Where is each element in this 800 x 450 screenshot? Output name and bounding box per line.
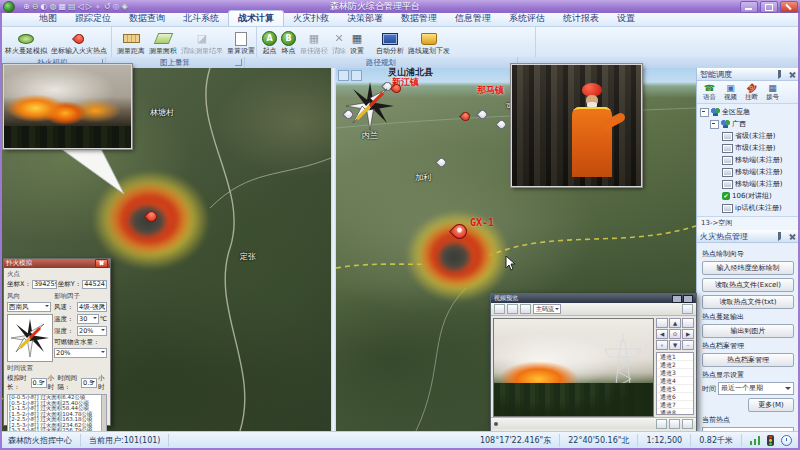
map-compass-icon[interactable] [351, 70, 362, 81]
channel-item[interactable]: 通道7 [657, 401, 693, 409]
best-route-button[interactable]: ▦ 最佳路径 [298, 28, 330, 56]
pin-icon[interactable] [778, 70, 786, 79]
expander-icon[interactable] [710, 120, 719, 129]
input-coords-button[interactable]: 输入经纬度坐标绘制 [702, 261, 794, 275]
coord-y-field[interactable]: 4452435 [82, 280, 107, 289]
archive-manage-button[interactable]: 热点档案管理 [702, 353, 794, 367]
close-icon[interactable] [789, 233, 796, 240]
maximize-button[interactable] [760, 1, 778, 13]
clear-measure-button[interactable]: ◪ 清除测量结果 [179, 28, 225, 56]
tab-map[interactable]: 地图 [30, 11, 66, 26]
tree-item[interactable]: ip话机(未注册) [700, 202, 799, 214]
tree-item[interactable]: 移动端(未注册) [700, 154, 799, 166]
tab-info-mgmt[interactable]: 信息管理 [446, 11, 500, 26]
user-icon[interactable] [682, 304, 693, 314]
video-minimize-icon[interactable] [672, 295, 682, 303]
ptz-left-button[interactable]: ◀ [656, 329, 668, 339]
tab-beidou[interactable]: 北斗系统 [174, 11, 228, 26]
clock-icon[interactable] [781, 435, 792, 446]
video-feed[interactable] [493, 318, 654, 417]
dialog-launcher-icon[interactable] [235, 59, 242, 66]
route-clear-button[interactable]: ✕ 清除 [330, 28, 348, 56]
channel-item[interactable]: 通道8 [657, 409, 693, 415]
zoom-in-icon[interactable]: ⊕ [23, 1, 30, 12]
channel-list[interactable]: 通道1 通道2 通道3 通道4 通道5 通道6 通道7 通道8 通道9 通道10… [656, 352, 694, 415]
map-layer-icon[interactable] [338, 70, 349, 81]
fullscreen-icon[interactable] [682, 419, 693, 429]
close-button[interactable] [780, 1, 798, 13]
wind-speed-select[interactable]: 4级-强风 [77, 302, 107, 312]
tab-reports[interactable]: 统计报表 [554, 11, 608, 26]
channel-item[interactable]: 通道4 [657, 377, 693, 385]
traffic-light-icon[interactable] [767, 435, 774, 446]
tab-data-query[interactable]: 数据查询 [120, 11, 174, 26]
interval-select[interactable]: 0.5 [81, 378, 97, 388]
stop-icon[interactable] [520, 304, 531, 314]
route-end-button[interactable]: B 终点 [279, 28, 298, 56]
tree-item[interactable]: 省级(未注册) [700, 130, 799, 142]
video-title-bar[interactable]: 视频预览 [491, 294, 696, 303]
channel-item[interactable]: 通道6 [657, 393, 693, 401]
measure-area-button[interactable]: 测量面积 [147, 28, 179, 56]
ptz-center-button[interactable]: ⊙ [669, 329, 681, 339]
dial-button[interactable]: ▦拨号 [764, 83, 781, 102]
video-close-icon[interactable] [683, 295, 693, 303]
voice-call-button[interactable]: ☎语音 [701, 83, 718, 102]
tree-group[interactable]: 广西 [700, 118, 799, 130]
fire-spread-sim-button[interactable]: 林火蔓延模拟 [3, 28, 49, 56]
time-range-select[interactable]: 最近一个星期 [718, 382, 794, 395]
record-icon[interactable] [669, 419, 680, 429]
dialog-title-bar[interactable]: 扑火模拟 [4, 259, 110, 268]
channel-item[interactable]: 通道2 [657, 361, 693, 369]
tree-root[interactable]: 全区应急 [700, 106, 799, 118]
measure-distance-button[interactable]: 测量距离 [115, 28, 147, 56]
route-settings-button[interactable]: ▦ 设置 [348, 28, 366, 56]
ptz-right-button[interactable]: ▶ [682, 329, 694, 339]
temp-select[interactable]: 30 [77, 314, 99, 324]
auto-analysis-button[interactable]: 自动分析 [374, 28, 406, 56]
channel-item[interactable]: 通道1 [657, 353, 693, 361]
humidity-select[interactable]: 20% [77, 326, 107, 336]
tree-item[interactable]: 移动端(未注册) [700, 166, 799, 178]
play-icon[interactable] [494, 304, 505, 314]
wind-direction-select[interactable]: 西南风 [7, 302, 51, 312]
tab-tactical-calc[interactable]: 战术计算 [228, 10, 284, 26]
read-excel-button[interactable]: 读取热点文件(Excel) [702, 278, 794, 292]
duration-select[interactable]: 0.5 [31, 378, 47, 388]
close-icon[interactable] [789, 71, 796, 78]
tab-settings[interactable]: 设置 [608, 11, 644, 26]
tab-fire-fighting[interactable]: 火灾扑救 [284, 11, 338, 26]
map-splitter[interactable] [331, 68, 336, 431]
snapshot-icon[interactable] [656, 419, 667, 429]
read-txt-button[interactable]: 读取热点文件(txt) [702, 295, 794, 309]
expander-icon[interactable] [700, 108, 709, 117]
fuel-moisture-select[interactable]: 20% [54, 348, 107, 358]
tree-item-online[interactable]: ✔106(对讲组) [700, 190, 799, 202]
hangup-button[interactable]: ☎挂断 [743, 83, 760, 102]
measure-settings-button[interactable]: 量算设置 [225, 28, 257, 56]
tab-data-mgmt[interactable]: 数据管理 [392, 11, 446, 26]
ptz-up-button[interactable]: ▲ [669, 318, 681, 328]
coord-input-hotspot-button[interactable]: 坐标输入火灾热点 [49, 28, 109, 56]
export-image-button[interactable]: 输出到图片 [702, 324, 794, 338]
stream-select[interactable]: 主码流 [533, 304, 561, 314]
minimize-button[interactable] [740, 1, 758, 13]
ptz-zoom-in-button[interactable]: ＋ [656, 340, 668, 350]
channel-item[interactable]: 通道3 [657, 369, 693, 377]
tree-item[interactable]: 市级(未注册) [700, 142, 799, 154]
coord-x-field[interactable]: 39425987 [32, 280, 57, 289]
more-button[interactable]: 更多(M) [748, 398, 794, 412]
tree-item[interactable]: 移动端(未注册) [700, 178, 799, 190]
dialog-close-icon[interactable] [95, 259, 108, 268]
channel-item[interactable]: 通道5 [657, 385, 693, 393]
tab-decision[interactable]: 决策部署 [338, 11, 392, 26]
pin-icon[interactable] [778, 232, 786, 241]
ptz-down-button[interactable]: ▼ [669, 340, 681, 350]
ptz-zoom-out-button[interactable]: － [682, 340, 694, 350]
tab-evaluation[interactable]: 系统评估 [500, 11, 554, 26]
route-dispatch-button[interactable]: 路线规划下发 [406, 28, 452, 56]
tab-tracking[interactable]: 跟踪定位 [66, 11, 120, 26]
video-call-button[interactable]: ▣视频 [722, 83, 739, 102]
route-start-button[interactable]: A 起点 [260, 28, 279, 56]
pause-icon[interactable] [507, 304, 518, 314]
